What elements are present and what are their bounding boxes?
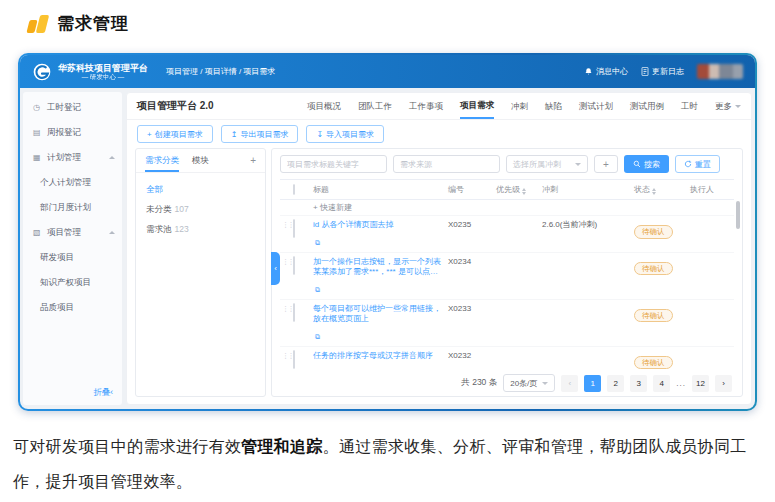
tab-test-cases[interactable]: 测试用例 — [630, 93, 664, 119]
sidebar-group-project-management[interactable]: ▧ 项目管理 — [23, 220, 122, 245]
drag-handle-icon[interactable]: ⋮⋮ — [280, 304, 293, 314]
brand-subtitle: — 研发中心 — — [58, 73, 148, 80]
requirement-link[interactable]: 每个项目都可以维护一些常用链接，放在概览页面上 — [313, 304, 443, 325]
page-button-2[interactable]: 2 — [607, 375, 624, 392]
report-icon: ▤ — [33, 128, 42, 137]
external-link-icon[interactable]: ⧉ — [315, 333, 320, 340]
add-category-button[interactable]: + — [250, 155, 256, 166]
page-button-3[interactable]: 3 — [630, 375, 647, 392]
page-button-4[interactable]: 4 — [653, 375, 670, 392]
category-item-uncategorized[interactable]: 未分类107 — [146, 199, 255, 219]
column-title: 标题 — [313, 184, 448, 195]
sidebar-item-quality-project[interactable]: 品质项目 — [23, 295, 122, 320]
category-panel: 需求分类 模块 + 全部 未分类107 需求池 — [135, 148, 266, 397]
panel-collapse-handle[interactable]: ‹ — [271, 252, 280, 285]
row-checkbox[interactable] — [293, 350, 295, 369]
chevron-up-icon — [109, 231, 115, 234]
source-input[interactable] — [393, 155, 500, 173]
pagination-total: 共 230 条 — [461, 377, 497, 389]
tab-work-hours[interactable]: 工时 — [681, 93, 698, 119]
more-filters-button[interactable]: + — [594, 155, 618, 173]
status-badge: 待确认 — [634, 225, 673, 239]
drag-handle-icon[interactable]: ⋮⋮ — [280, 351, 293, 361]
export-icon: ↥ — [231, 130, 238, 139]
tab-team-work[interactable]: 团队工作 — [358, 93, 392, 119]
tab-requirement-category[interactable]: 需求分类 — [145, 149, 179, 172]
row-checkbox[interactable] — [293, 256, 295, 275]
import-requirements-button[interactable]: ↧ 导入项目需求 — [306, 125, 384, 143]
filter-row: 选择所属冲刺 + 搜索 — [272, 149, 742, 179]
category-item-all[interactable]: 全部 — [146, 179, 255, 199]
status-badge: 待确认 — [634, 309, 673, 323]
sidebar-item-label: 工时登记 — [47, 102, 81, 114]
collapse-label: 折叠 — [93, 387, 110, 397]
requirement-code: X0234 — [448, 257, 496, 268]
main-card: 项目管理平台 2.0 项目概况 团队工作 工作事项 项目需求 冲刺 缺陷 测试计… — [126, 92, 752, 405]
message-center-label: 消息中心 — [596, 66, 628, 77]
chevron-down-icon — [575, 163, 581, 166]
chevron-up-icon — [109, 156, 115, 159]
sidebar-item-personal-plan[interactable]: 个人计划管理 — [23, 170, 122, 195]
sidebar-item-dept-monthly-plan[interactable]: 部门月度计划 — [23, 195, 122, 220]
sort-icon[interactable] — [652, 188, 656, 195]
select-all-checkbox[interactable] — [293, 184, 295, 195]
external-link-icon[interactable]: ⧉ — [315, 239, 320, 246]
app-topbar: 华苏科技项目管理平台 — 研发中心 — 项目管理 / 项目详情 / 项目需求 消… — [20, 55, 755, 88]
tab-project-requirements[interactable]: 项目需求 — [460, 93, 494, 119]
tab-more[interactable]: 更多 — [715, 93, 741, 119]
page-title: 需求管理 — [57, 12, 129, 35]
drag-handle-icon[interactable]: ⋮⋮ — [280, 220, 293, 230]
sidebar-item-timesheet[interactable]: ◷ 工时登记 — [23, 95, 122, 120]
page-ellipsis[interactable]: ... — [676, 379, 686, 388]
description-bold-text: 管理和追踪 — [241, 438, 323, 455]
breadcrumb[interactable]: 项目管理 / 项目详情 / 项目需求 — [166, 66, 275, 77]
requirement-link[interactable]: 任务的排序按字母或汉字拼音顺序 — [313, 351, 443, 362]
requirements-table: 标题 编号 优先级 冲刺 状态 执行人 + 快速新建 ⋮⋮ — [280, 179, 734, 370]
sidebar-group-plan-management[interactable]: ▦ 计划管理 — [23, 145, 122, 170]
changelog-link[interactable]: 更新日志 — [641, 66, 684, 77]
drag-handle-icon[interactable]: ⋮⋮ — [280, 257, 293, 267]
tab-sprint[interactable]: 冲刺 — [511, 93, 528, 119]
row-checkbox[interactable] — [293, 303, 295, 322]
requirement-link[interactable]: 加一个操作日志按钮，显示一个列表某某添加了需求***，*** 是可以点击打开的链… — [313, 257, 443, 278]
next-page-button[interactable]: › — [715, 375, 732, 392]
tab-project-overview[interactable]: 项目概况 — [307, 93, 341, 119]
sidebar-item-weekly-report[interactable]: ▤ 周报登记 — [23, 120, 122, 145]
quick-create-button[interactable]: + 快速新建 — [280, 200, 734, 216]
requirements-panel: ‹ 选择所属冲刺 + — [271, 148, 743, 397]
table-header: 标题 编号 优先级 冲刺 状态 执行人 — [280, 179, 734, 200]
tab-work-items[interactable]: 工作事项 — [409, 93, 443, 119]
column-sprint: 冲刺 — [542, 184, 634, 195]
sidebar-item-ip-project[interactable]: 知识产权项目 — [23, 270, 122, 295]
calendar-icon: ▦ — [33, 153, 42, 162]
status-badge: 待确认 — [634, 262, 673, 276]
title-keyword-input[interactable] — [280, 155, 387, 173]
category-item-pool[interactable]: 需求池123 — [146, 219, 255, 239]
requirement-link[interactable]: id 从各个详情页面去掉 — [313, 220, 443, 231]
tab-test-plan[interactable]: 测试计划 — [579, 93, 613, 119]
row-checkbox[interactable] — [293, 219, 295, 238]
requirement-code: X0235 — [448, 220, 496, 231]
tab-module[interactable]: 模块 — [192, 149, 209, 172]
page-button-1[interactable]: 1 — [584, 375, 601, 392]
prev-page-button[interactable]: ‹ — [561, 375, 578, 392]
page-button-12[interactable]: 12 — [692, 375, 709, 392]
table-row: ⋮⋮ 加一个操作日志按钮，显示一个列表某某添加了需求***，*** 是可以点击打… — [280, 253, 734, 300]
export-requirements-button[interactable]: ↥ 导出项目需求 — [221, 125, 299, 143]
user-avatar[interactable] — [697, 64, 743, 79]
reset-button[interactable]: 重置 — [675, 155, 720, 173]
project-tabs-row: 项目管理平台 2.0 项目概况 团队工作 工作事项 项目需求 冲刺 缺陷 测试计… — [127, 93, 751, 120]
sidebar-item-rd-project[interactable]: 研发项目 — [23, 245, 122, 270]
app-sidebar: ◷ 工时登记 ▤ 周报登记 ▦ 计划管理 个人计划管理 部门月度计划 — [23, 92, 122, 405]
external-link-icon[interactable]: ⧉ — [315, 286, 320, 293]
sort-icon[interactable] — [522, 188, 526, 195]
vertical-scrollbar[interactable] — [736, 201, 740, 229]
requirements-toolbar: + 创建项目需求 ↥ 导出项目需求 ↧ 导入项目需求 — [127, 120, 751, 148]
sidebar-collapse-button[interactable]: 折叠‹ — [93, 387, 113, 399]
sprint-select[interactable]: 选择所属冲刺 — [506, 155, 588, 173]
tab-defects[interactable]: 缺陷 — [545, 93, 562, 119]
search-button[interactable]: 搜索 — [624, 155, 669, 173]
message-center-link[interactable]: 消息中心 — [584, 66, 628, 77]
page-size-select[interactable]: 20条/页 — [503, 374, 555, 392]
create-requirement-button[interactable]: + 创建项目需求 — [137, 125, 213, 143]
